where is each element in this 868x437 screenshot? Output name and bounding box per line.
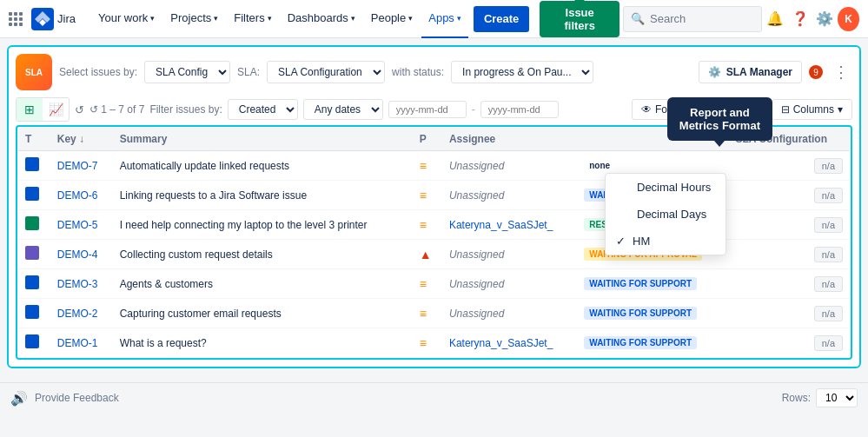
issue-priority: ▲ (413, 240, 442, 269)
issue-assignee: Kateryna_v_SaaSJet_ (442, 210, 577, 240)
jira-logo[interactable]: Jira (31, 8, 76, 30)
date-separator: - (472, 103, 475, 116)
issue-assignee: Unassigned (442, 269, 577, 299)
issue-assignee: Unassigned (442, 151, 577, 181)
issue-key[interactable]: DEMO-3 (57, 278, 98, 290)
issue-key[interactable]: DEMO-2 (57, 308, 98, 320)
people-caret: ▾ (408, 14, 413, 23)
avatar[interactable]: K (838, 7, 859, 31)
speaker-icon: 🔊 (10, 390, 28, 407)
issue-key[interactable]: DEMO-5 (57, 219, 98, 231)
medium-priority-icon: ≡ (420, 218, 427, 232)
provide-feedback-link[interactable]: Provide Feedback (35, 392, 119, 404)
issue-sla-value: n/a (728, 328, 850, 358)
issue-key[interactable]: DEMO-4 (57, 248, 98, 261)
issue-assignee: Kateryna_v_SaaSJet_ (442, 328, 577, 358)
check-mark-icon: ✓ (616, 235, 626, 248)
notifications-icon[interactable]: 🔔 (764, 6, 786, 32)
issue-priority: ≡ (413, 269, 442, 299)
issue-sla-value: n/a (728, 181, 850, 210)
search-box[interactable]: 🔍 Search (623, 6, 762, 32)
issue-status: WAITING FOR SUPPORT (577, 328, 728, 358)
filter-by-select[interactable]: Created (228, 99, 298, 120)
issue-key[interactable]: DEMO-7 (57, 160, 98, 172)
rows-label: Rows: (782, 392, 811, 404)
issue-type-icon (25, 216, 39, 230)
rows-count-select[interactable]: 10 25 50 (816, 388, 858, 407)
issue-summary: Linking requests to a Jira Software issu… (113, 181, 413, 210)
notification-badge[interactable]: 9 (809, 65, 823, 79)
settings-icon[interactable]: ⚙️ (813, 6, 836, 32)
nav-apps[interactable]: Apps ▾ (421, 0, 468, 38)
issue-priority: ≡ (413, 328, 442, 358)
select-issues-label: Select issues by: (59, 66, 137, 78)
projects-caret: ▾ (214, 14, 218, 23)
medium-priority-icon: ≡ (420, 159, 427, 173)
columns-button[interactable]: ⊟ Columns ▾ (772, 99, 852, 120)
issue-sla-value: n/a (728, 151, 850, 181)
sla-cell: n/a (814, 276, 843, 292)
table-wrapper: T Key ↓ Summary P Assignee SLA Configura… (16, 125, 852, 360)
sla-cell: n/a (814, 335, 843, 351)
issue-priority: ≡ (413, 299, 442, 328)
sla-controls-row: SLA Select issues by: SLA Config SLA: SL… (16, 54, 852, 90)
eye-icon: 👁 (641, 103, 652, 116)
issue-key[interactable]: DEMO-1 (57, 337, 98, 349)
col-key[interactable]: Key ↓ (50, 128, 113, 151)
medium-priority-icon: ≡ (420, 277, 427, 291)
sla-panel: SLA Select issues by: SLA Config SLA: SL… (7, 45, 861, 368)
sla-config-select[interactable]: SLA Config (144, 61, 230, 83)
col-summary: Summary (113, 128, 413, 151)
view-toggle-group: ⊞ 📈 (16, 97, 70, 122)
sla-cell: n/a (814, 188, 843, 203)
issue-summary: I need help connecting my laptop to the … (113, 210, 413, 240)
high-priority-icon: ▲ (420, 248, 432, 262)
issue-key[interactable]: DEMO-6 (57, 189, 98, 202)
status-select[interactable]: In progress & On Pau... (451, 61, 593, 83)
nav-dashboards[interactable]: Dashboards ▾ (281, 0, 362, 38)
grid-menu-icon[interactable] (9, 12, 23, 26)
nav-your-work[interactable]: Your work ▾ (91, 0, 162, 38)
your-work-caret: ▾ (150, 14, 155, 23)
issue-priority: ≡ (413, 210, 442, 240)
main-area: SLA Select issues by: SLA Config SLA: SL… (0, 38, 868, 382)
issue-type-icon (25, 334, 39, 348)
issue-sla-value: n/a (728, 240, 850, 269)
table-row: DEMO-1What is a request?≡Kateryna_v_SaaS… (18, 328, 851, 358)
create-button[interactable]: Create (474, 6, 529, 32)
medium-priority-icon: ≡ (420, 336, 427, 350)
issue-status: WAITING FOR SUPPORT (577, 299, 728, 328)
issue-assignee: Unassigned (442, 240, 577, 269)
issue-type-icon (25, 275, 39, 289)
issue-assignee: Unassigned (442, 181, 577, 210)
date-to-input[interactable] (480, 101, 559, 118)
nav-filters[interactable]: Filters ▾ (227, 0, 278, 38)
dropdown-hm[interactable]: ✓ HM (606, 228, 726, 255)
refresh-icon[interactable]: ↺ (75, 103, 84, 116)
sla-configuration-select[interactable]: SLA Configuration (267, 61, 385, 83)
medium-priority-icon: ≡ (420, 189, 427, 202)
issue-sla-value: n/a (728, 269, 850, 299)
dropdown-decimal-days[interactable]: Decimal Days (606, 201, 726, 228)
date-from-input[interactable] (388, 101, 467, 118)
grid-view-button[interactable]: ⊞ (17, 98, 43, 121)
report-metrics-tooltip: Report and Metrics Format (667, 97, 772, 141)
sla-cell: n/a (814, 306, 843, 321)
sla-manager-button[interactable]: ⚙️ SLA Manager (699, 61, 802, 83)
issue-filters-button[interactable]: Issue filters (540, 1, 620, 37)
chart-view-button[interactable]: 📈 (43, 98, 69, 121)
issue-summary: What is a request? (113, 328, 413, 358)
dropdown-decimal-hours[interactable]: Decimal Hours (606, 174, 726, 201)
date-range-select[interactable]: Any dates (303, 99, 383, 120)
issue-sla-value: n/a (728, 299, 850, 328)
help-icon[interactable]: ❓ (788, 6, 811, 32)
gear-icon: ⚙️ (708, 66, 721, 78)
status-badge: WAITING FOR SUPPORT (584, 277, 697, 290)
issue-type-icon (25, 305, 39, 319)
more-options-button[interactable]: ⋮ (830, 59, 852, 85)
search-icon: 🔍 (631, 12, 645, 25)
nav-people[interactable]: People ▾ (364, 0, 420, 38)
nav-projects[interactable]: Projects ▾ (163, 0, 225, 38)
decimal-hours-label: Decimal Hours (637, 181, 711, 194)
top-nav: Jira Your work ▾ Projects ▾ Filters ▾ Da… (0, 0, 868, 38)
